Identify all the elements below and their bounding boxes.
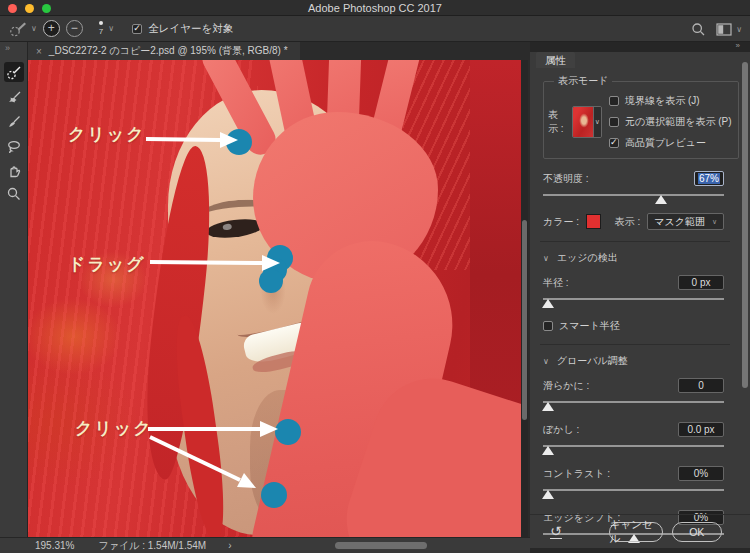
- annotation-layer: クリック ドラッグ クリック: [28, 60, 528, 537]
- checkbox-icon[interactable]: [609, 117, 619, 127]
- cancel-button[interactable]: キャンセル: [609, 522, 663, 542]
- sample-all-layers-checkbox[interactable]: 全レイヤーを対象: [132, 22, 233, 36]
- brush-size-dropdown[interactable]: 7 ∨: [99, 21, 114, 36]
- show-edge-checkbox[interactable]: 境界線を表示 (J): [609, 94, 732, 108]
- high-quality-preview-label: 高品質プレビュー: [625, 136, 706, 150]
- checkbox-checked-icon[interactable]: [132, 24, 142, 34]
- checkbox-checked-icon[interactable]: [609, 138, 619, 148]
- contrast-slider[interactable]: [543, 485, 724, 498]
- chevron-down-icon: ∨: [108, 24, 114, 33]
- checkbox-icon[interactable]: [543, 321, 553, 331]
- mask-view-dropdown[interactable]: マスク範囲 ∨: [647, 213, 724, 230]
- view-mode-legend: 表示モード: [554, 74, 612, 88]
- quick-selection-icon: [6, 64, 22, 80]
- brush-tool[interactable]: [4, 112, 24, 132]
- slider-thumb[interactable]: [542, 490, 554, 499]
- edge-detection-section-header[interactable]: ∨ エッジの検出: [543, 251, 724, 265]
- radius-field[interactable]: 0 px: [678, 275, 724, 290]
- window-controls[interactable]: [8, 4, 51, 13]
- minimize-window-button[interactable]: [25, 4, 34, 13]
- close-tab-icon[interactable]: ×: [36, 46, 42, 57]
- feather-field[interactable]: 0.0 px: [678, 422, 724, 437]
- panel-header: »: [530, 42, 750, 52]
- slider-thumb[interactable]: [542, 299, 554, 308]
- document-tab[interactable]: × _DSC2272-2 のコピー2.psd @ 195% (背景, RGB/8…: [28, 42, 300, 60]
- overlay-color-swatch[interactable]: [586, 214, 601, 229]
- global-refinement-section-header[interactable]: ∨ グローバル調整: [543, 354, 724, 368]
- status-bar: 195.31% ファイル : 1.54M/1.54M ›: [0, 537, 530, 553]
- options-bar: ∨ + − 7 ∨ 全レイヤーを対象 ∨: [0, 16, 750, 42]
- smooth-value: 0: [698, 380, 704, 391]
- lasso-tool[interactable]: [4, 137, 24, 157]
- add-to-selection-button[interactable]: +: [43, 20, 60, 37]
- high-quality-preview-checkbox[interactable]: 高品質プレビュー: [609, 136, 732, 150]
- feather-slider[interactable]: [543, 441, 724, 454]
- window-title: Adobe Photoshop CC 2017: [308, 2, 442, 14]
- brush-size-preview: 7: [99, 21, 103, 36]
- slider-track[interactable]: [543, 489, 724, 491]
- refine-edge-brush-tool[interactable]: [4, 87, 24, 107]
- radius-label: 半径 :: [543, 276, 569, 290]
- annotation-click-bottom: クリック: [75, 417, 153, 440]
- collapse-panel-icon[interactable]: »: [736, 41, 740, 50]
- quick-selection-tool[interactable]: [4, 62, 24, 82]
- lasso-icon: [6, 139, 22, 155]
- zoom-level[interactable]: 195.31%: [35, 540, 74, 551]
- show-original-checkbox[interactable]: 元の選択範囲を表示 (P): [609, 115, 732, 129]
- view-mode-thumbnail: [573, 107, 592, 137]
- slider-track[interactable]: [543, 445, 724, 447]
- close-window-button[interactable]: [8, 4, 17, 13]
- panel-footer: ↺ キャンセル OK: [530, 514, 750, 548]
- zoom-tool[interactable]: [4, 184, 24, 204]
- opacity-field[interactable]: 67%: [694, 171, 724, 186]
- status-chevron-icon[interactable]: ›: [228, 540, 231, 551]
- maximize-window-button[interactable]: [42, 4, 51, 13]
- view-label: 表示 :: [548, 108, 567, 136]
- slider-track[interactable]: [543, 298, 724, 300]
- view-mode-group: 表示モード 表示 : ∨ 境界線を表示 (J) 元の: [543, 74, 739, 159]
- tab-properties[interactable]: 属性: [536, 52, 575, 68]
- canvas-horizontal-scrollbar-thumb[interactable]: [335, 542, 427, 549]
- canvas-vertical-scrollbar-thumb[interactable]: [522, 220, 527, 420]
- document-canvas[interactable]: クリック ドラッグ クリック: [28, 60, 528, 537]
- opacity-value: 67%: [698, 173, 720, 184]
- reset-icon[interactable]: ↺: [550, 525, 562, 539]
- window-bottom-strip: [530, 548, 750, 553]
- slider-track[interactable]: [543, 401, 724, 403]
- slider-thumb[interactable]: [655, 195, 667, 204]
- file-size-info: ファイル : 1.54M/1.54M: [98, 539, 206, 553]
- checkbox-icon[interactable]: [609, 96, 619, 106]
- workspace-switcher[interactable]: ∨: [716, 23, 742, 36]
- view-mode-dropdown[interactable]: ∨: [572, 106, 602, 138]
- slider-thumb[interactable]: [542, 446, 554, 455]
- search-icon[interactable]: [691, 22, 706, 37]
- brush-drag-blob: [259, 269, 283, 293]
- panel-scrollbar[interactable]: [742, 62, 748, 547]
- slider-track[interactable]: [543, 194, 724, 196]
- canvas-vertical-scrollbar[interactable]: [521, 60, 528, 537]
- ok-button[interactable]: OK: [672, 522, 722, 542]
- radius-slider[interactable]: [543, 294, 724, 307]
- smooth-slider[interactable]: [543, 397, 724, 410]
- slider-thumb[interactable]: [542, 402, 554, 411]
- smooth-field[interactable]: 0: [678, 378, 724, 393]
- annotation-drag: ドラッグ: [68, 253, 146, 276]
- divider: [540, 344, 730, 345]
- chevron-down-icon: ∨: [712, 218, 717, 226]
- titlebar: Adobe Photoshop CC 2017: [0, 0, 750, 16]
- refine-edge-brush-icon: [6, 89, 22, 105]
- panel-body: 表示モード 表示 : ∨ 境界線を表示 (J) 元の: [530, 68, 742, 548]
- tool-preset-dropdown[interactable]: ∨: [8, 20, 37, 38]
- workspace-icon: [716, 23, 732, 36]
- chevron-down-icon: ∨: [543, 357, 549, 366]
- opacity-slider[interactable]: [543, 190, 724, 203]
- hand-icon: [6, 163, 22, 179]
- subtract-from-selection-button[interactable]: −: [66, 20, 83, 37]
- collapse-toolbar-icon[interactable]: »: [5, 43, 10, 53]
- contrast-field[interactable]: 0%: [678, 466, 724, 481]
- chevron-down-icon: ∨: [31, 24, 37, 33]
- panel-scrollbar-thumb[interactable]: [742, 62, 748, 388]
- smart-radius-checkbox[interactable]: スマート半径: [543, 319, 724, 333]
- annotation-click-top: クリック: [68, 123, 146, 146]
- hand-tool[interactable]: [4, 161, 24, 181]
